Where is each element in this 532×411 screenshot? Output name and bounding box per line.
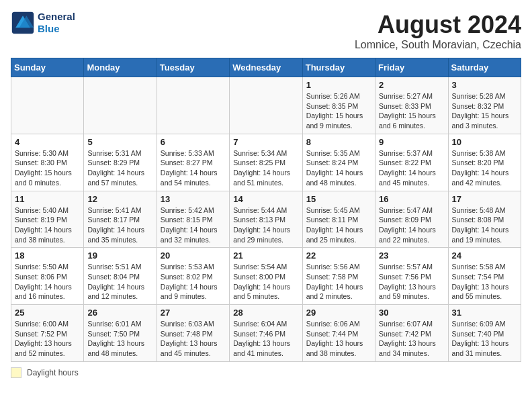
- calendar-cell-w3-d6: 16Sunrise: 5:47 AM Sunset: 8:09 PM Dayli…: [375, 191, 448, 248]
- day-info: Sunrise: 6:03 AM Sunset: 7:48 PM Dayligh…: [161, 319, 226, 359]
- calendar-cell-w5-d3: 27Sunrise: 6:03 AM Sunset: 7:48 PM Dayli…: [157, 305, 229, 362]
- calendar-cell-w4-d4: 21Sunrise: 5:54 AM Sunset: 8:00 PM Dayli…: [230, 248, 302, 305]
- day-number: 6: [161, 137, 226, 147]
- day-number: 18: [15, 250, 80, 261]
- day-number: 26: [87, 308, 152, 318]
- day-info: Sunrise: 6:07 AM Sunset: 7:42 PM Dayligh…: [379, 319, 444, 359]
- day-number: 24: [452, 250, 517, 261]
- calendar-cell-w3-d3: 13Sunrise: 5:42 AM Sunset: 8:15 PM Dayli…: [157, 191, 229, 248]
- calendar-cell-w3-d5: 15Sunrise: 5:45 AM Sunset: 8:11 PM Dayli…: [302, 191, 375, 248]
- calendar-cell-w1-d6: 2Sunrise: 5:27 AM Sunset: 8:33 PM Daylig…: [375, 77, 448, 134]
- day-number: 29: [306, 308, 371, 318]
- day-number: 8: [306, 137, 371, 147]
- day-info: Sunrise: 5:30 AM Sunset: 8:30 PM Dayligh…: [15, 148, 80, 188]
- day-info: Sunrise: 5:28 AM Sunset: 8:32 PM Dayligh…: [452, 91, 517, 131]
- day-number: 23: [379, 250, 444, 261]
- logo-icon: [11, 11, 35, 35]
- day-info: Sunrise: 5:54 AM Sunset: 8:00 PM Dayligh…: [233, 262, 298, 302]
- day-info: Sunrise: 5:45 AM Sunset: 8:11 PM Dayligh…: [306, 205, 371, 245]
- col-sunday: Sunday: [11, 58, 84, 77]
- day-number: 7: [233, 137, 298, 147]
- title-block: August 2024 Lomnice, South Moravian, Cze…: [355, 11, 521, 51]
- day-number: 17: [452, 194, 517, 204]
- day-info: Sunrise: 5:58 AM Sunset: 7:54 PM Dayligh…: [452, 262, 517, 302]
- day-number: 22: [306, 250, 371, 261]
- day-info: Sunrise: 5:50 AM Sunset: 8:06 PM Dayligh…: [15, 262, 80, 302]
- calendar-cell-w4-d1: 18Sunrise: 5:50 AM Sunset: 8:06 PM Dayli…: [11, 248, 84, 305]
- calendar-cell-w2-d1: 4Sunrise: 5:30 AM Sunset: 8:30 PM Daylig…: [11, 134, 84, 191]
- day-number: 25: [15, 308, 80, 318]
- day-number: 2: [379, 80, 444, 90]
- day-number: 28: [233, 308, 298, 318]
- day-number: 13: [161, 194, 226, 204]
- day-number: 21: [233, 250, 298, 261]
- week-row-4: 18Sunrise: 5:50 AM Sunset: 8:06 PM Dayli…: [11, 248, 521, 305]
- day-number: 5: [87, 137, 152, 147]
- calendar-cell-w2-d2: 5Sunrise: 5:31 AM Sunset: 8:29 PM Daylig…: [84, 134, 157, 191]
- day-info: Sunrise: 5:42 AM Sunset: 8:15 PM Dayligh…: [161, 205, 226, 245]
- calendar-cell-w5-d4: 28Sunrise: 6:04 AM Sunset: 7:46 PM Dayli…: [230, 305, 302, 362]
- week-row-3: 11Sunrise: 5:40 AM Sunset: 8:19 PM Dayli…: [11, 191, 521, 248]
- day-number: 9: [379, 137, 444, 147]
- calendar-cell-w4-d7: 24Sunrise: 5:58 AM Sunset: 7:54 PM Dayli…: [448, 248, 521, 305]
- day-info: Sunrise: 5:41 AM Sunset: 8:17 PM Dayligh…: [87, 205, 152, 245]
- day-info: Sunrise: 6:04 AM Sunset: 7:46 PM Dayligh…: [233, 319, 298, 359]
- day-info: Sunrise: 5:40 AM Sunset: 8:19 PM Dayligh…: [15, 205, 80, 245]
- day-info: Sunrise: 5:38 AM Sunset: 8:20 PM Dayligh…: [452, 148, 517, 188]
- calendar-cell-w4-d2: 19Sunrise: 5:51 AM Sunset: 8:04 PM Dayli…: [84, 248, 157, 305]
- day-info: Sunrise: 5:33 AM Sunset: 8:27 PM Dayligh…: [161, 148, 226, 188]
- col-tuesday: Tuesday: [157, 58, 229, 77]
- day-info: Sunrise: 5:34 AM Sunset: 8:25 PM Dayligh…: [233, 148, 298, 188]
- month-year-title: August 2024: [355, 11, 521, 39]
- week-row-1: 1Sunrise: 5:26 AM Sunset: 8:35 PM Daylig…: [11, 77, 521, 134]
- calendar-cell-w4-d3: 20Sunrise: 5:53 AM Sunset: 8:02 PM Dayli…: [157, 248, 229, 305]
- day-number: 31: [452, 308, 517, 318]
- calendar-cell-w2-d4: 7Sunrise: 5:34 AM Sunset: 8:25 PM Daylig…: [230, 134, 302, 191]
- page-header: General Blue August 2024 Lomnice, South …: [11, 11, 521, 51]
- day-info: Sunrise: 6:06 AM Sunset: 7:44 PM Dayligh…: [306, 319, 371, 359]
- calendar-cell-w1-d4: [230, 77, 302, 134]
- calendar-cell-w5-d7: 31Sunrise: 6:09 AM Sunset: 7:40 PM Dayli…: [448, 305, 521, 362]
- legend: Daylight hours: [11, 367, 521, 378]
- col-thursday: Thursday: [302, 58, 375, 77]
- day-number: 20: [161, 250, 226, 261]
- calendar-cell-w2-d6: 9Sunrise: 5:37 AM Sunset: 8:22 PM Daylig…: [375, 134, 448, 191]
- day-number: 16: [379, 194, 444, 204]
- day-info: Sunrise: 5:31 AM Sunset: 8:29 PM Dayligh…: [87, 148, 152, 188]
- col-monday: Monday: [84, 58, 157, 77]
- day-number: 3: [452, 80, 517, 90]
- day-info: Sunrise: 5:56 AM Sunset: 7:58 PM Dayligh…: [306, 262, 371, 302]
- calendar-header: Sunday Monday Tuesday Wednesday Thursday…: [11, 58, 521, 77]
- logo-text-general: General: [38, 11, 75, 23]
- calendar-cell-w5-d5: 29Sunrise: 6:06 AM Sunset: 7:44 PM Dayli…: [302, 305, 375, 362]
- day-info: Sunrise: 5:37 AM Sunset: 8:22 PM Dayligh…: [379, 148, 444, 188]
- day-info: Sunrise: 5:26 AM Sunset: 8:35 PM Dayligh…: [306, 91, 371, 131]
- day-info: Sunrise: 5:57 AM Sunset: 7:56 PM Dayligh…: [379, 262, 444, 302]
- calendar-cell-w5-d6: 30Sunrise: 6:07 AM Sunset: 7:42 PM Dayli…: [375, 305, 448, 362]
- calendar-cell-w1-d5: 1Sunrise: 5:26 AM Sunset: 8:35 PM Daylig…: [302, 77, 375, 134]
- calendar-cell-w5-d1: 25Sunrise: 6:00 AM Sunset: 7:52 PM Dayli…: [11, 305, 84, 362]
- logo: General Blue: [11, 11, 75, 35]
- day-info: Sunrise: 5:35 AM Sunset: 8:24 PM Dayligh…: [306, 148, 371, 188]
- header-row: Sunday Monday Tuesday Wednesday Thursday…: [11, 58, 521, 77]
- calendar-body: 1Sunrise: 5:26 AM Sunset: 8:35 PM Daylig…: [11, 77, 521, 362]
- day-info: Sunrise: 5:47 AM Sunset: 8:09 PM Dayligh…: [379, 205, 444, 245]
- day-number: 19: [87, 250, 152, 261]
- day-number: 11: [15, 194, 80, 204]
- col-saturday: Saturday: [448, 58, 521, 77]
- legend-box: [11, 367, 21, 378]
- calendar-cell-w1-d3: [157, 77, 229, 134]
- legend-label: Daylight hours: [27, 368, 79, 377]
- col-wednesday: Wednesday: [230, 58, 302, 77]
- calendar-cell-w4-d5: 22Sunrise: 5:56 AM Sunset: 7:58 PM Dayli…: [302, 248, 375, 305]
- day-info: Sunrise: 5:48 AM Sunset: 8:08 PM Dayligh…: [452, 205, 517, 245]
- day-info: Sunrise: 6:01 AM Sunset: 7:50 PM Dayligh…: [87, 319, 152, 359]
- day-number: 10: [452, 137, 517, 147]
- calendar-cell-w3-d7: 17Sunrise: 5:48 AM Sunset: 8:08 PM Dayli…: [448, 191, 521, 248]
- day-info: Sunrise: 5:53 AM Sunset: 8:02 PM Dayligh…: [161, 262, 226, 302]
- day-info: Sunrise: 5:44 AM Sunset: 8:13 PM Dayligh…: [233, 205, 298, 245]
- location-subtitle: Lomnice, South Moravian, Czechia: [355, 39, 521, 51]
- col-friday: Friday: [375, 58, 448, 77]
- calendar-cell-w3-d1: 11Sunrise: 5:40 AM Sunset: 8:19 PM Dayli…: [11, 191, 84, 248]
- day-info: Sunrise: 6:00 AM Sunset: 7:52 PM Dayligh…: [15, 319, 80, 359]
